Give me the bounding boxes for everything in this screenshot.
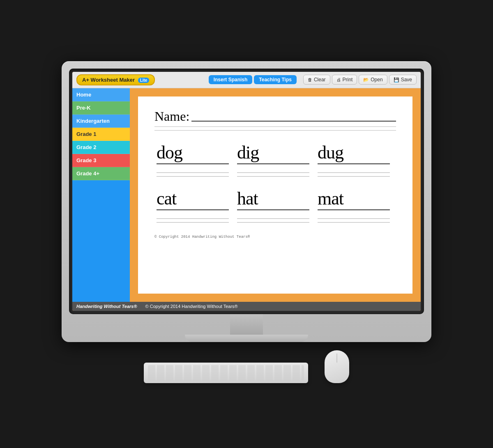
name-row: Name: bbox=[154, 109, 396, 131]
clear-button[interactable]: 🗑 Clear bbox=[303, 75, 330, 85]
footer-copyright: © Copyright 2014 Handwriting Without Tea… bbox=[145, 304, 238, 309]
sidebar-label-grade1: Grade 1 bbox=[76, 131, 96, 137]
word-dug: dug bbox=[318, 143, 390, 163]
words-grid-row1: dog dig bbox=[154, 139, 396, 177]
words-grid-row2: cat hat bbox=[154, 185, 396, 223]
word-line3-hat bbox=[237, 222, 309, 223]
sidebar-item-kindergarten[interactable]: Kindergarten bbox=[72, 115, 130, 128]
monitor-stand-base bbox=[185, 335, 308, 342]
clear-icon: 🗑 bbox=[308, 77, 312, 82]
nav-buttons: Insert Spanish Teaching Tips bbox=[209, 75, 297, 84]
name-write-line bbox=[191, 121, 396, 122]
sidebar: Home Pre-K Kindergarten Grade 1 Grade 2 bbox=[72, 88, 130, 302]
content-area: Name: dog bbox=[130, 88, 421, 302]
word-line2-dog bbox=[157, 172, 229, 173]
sidebar-label-prek: Pre-K bbox=[76, 105, 91, 111]
word-cell-dug: dug bbox=[316, 139, 396, 177]
word-line2-hat bbox=[237, 218, 309, 219]
sidebar-label-kindergarten: Kindergarten bbox=[76, 118, 110, 124]
peripherals bbox=[144, 342, 349, 387]
word-hat: hat bbox=[237, 189, 309, 209]
sidebar-item-grade3[interactable]: Grade 3 bbox=[72, 154, 130, 167]
sidebar-label-grade3: Grade 3 bbox=[76, 157, 96, 163]
app-title: A+ Worksheet Maker bbox=[82, 77, 135, 83]
worksheet-copyright: © Copyright 2014 Handwriting Without Tea… bbox=[154, 235, 396, 239]
app-title-suffix: Lite bbox=[138, 78, 150, 83]
sidebar-item-home[interactable]: Home bbox=[72, 88, 130, 101]
footer-brand: Handwriting Without Tears® bbox=[76, 304, 137, 309]
word-cat: cat bbox=[157, 189, 229, 209]
print-button[interactable]: 🖨 Print bbox=[332, 75, 357, 85]
save-button[interactable]: 💾 Save bbox=[389, 75, 417, 85]
keyboard bbox=[144, 363, 308, 383]
sidebar-item-prek[interactable]: Pre-K bbox=[72, 101, 130, 115]
word-line3-cat bbox=[157, 222, 229, 223]
app-body: Home Pre-K Kindergarten Grade 1 Grade 2 bbox=[72, 88, 421, 302]
word-dig: dig bbox=[237, 143, 309, 163]
name-dashed-line-1 bbox=[154, 126, 396, 127]
save-icon: 💾 bbox=[394, 77, 399, 83]
app-logo: A+ Worksheet Maker Lite bbox=[76, 74, 155, 85]
word-cell-hat: hat bbox=[235, 185, 316, 223]
word-line2-mat bbox=[318, 218, 390, 219]
sidebar-item-grade4[interactable]: Grade 4+ bbox=[72, 167, 130, 180]
word-cell-mat: mat bbox=[316, 185, 396, 223]
sidebar-item-grade1[interactable]: Grade 1 bbox=[72, 128, 130, 141]
sidebar-label-grade4: Grade 4+ bbox=[76, 170, 99, 177]
word-line2-dig bbox=[237, 172, 309, 173]
monitor-stand-neck bbox=[230, 314, 263, 335]
word-line3-dig bbox=[237, 176, 309, 177]
sidebar-item-grade2[interactable]: Grade 2 bbox=[72, 141, 130, 154]
app-footer: Handwriting Without Tears® © Copyright 2… bbox=[72, 302, 421, 311]
word-baseline-cat bbox=[157, 209, 229, 210]
word-cell-dog: dog bbox=[154, 139, 235, 177]
word-dog: dog bbox=[157, 143, 229, 163]
word-cell-dig: dig bbox=[235, 139, 316, 177]
word-cell-cat: cat bbox=[154, 185, 235, 223]
insert-spanish-button[interactable]: Insert Spanish bbox=[209, 75, 253, 84]
print-label: Print bbox=[343, 77, 353, 83]
word-line3-dug bbox=[318, 176, 390, 177]
sidebar-label-home: Home bbox=[76, 92, 91, 98]
save-label: Save bbox=[401, 77, 412, 83]
word-mat: mat bbox=[318, 189, 390, 209]
name-dashed-line-2 bbox=[154, 130, 396, 131]
clear-label: Clear bbox=[314, 77, 326, 83]
word-line3-mat bbox=[318, 222, 390, 223]
mouse bbox=[325, 350, 349, 383]
monitor: A+ Worksheet Maker Lite Insert Spanish T… bbox=[62, 61, 431, 342]
word-line3-dog bbox=[157, 176, 229, 177]
word-baseline-hat bbox=[237, 209, 309, 210]
app-header: A+ Worksheet Maker Lite Insert Spanish T… bbox=[72, 72, 421, 88]
word-line2-dug bbox=[318, 172, 390, 173]
screen: A+ Worksheet Maker Lite Insert Spanish T… bbox=[72, 72, 421, 311]
name-label-line: Name: bbox=[154, 109, 396, 124]
word-baseline-dog bbox=[157, 163, 229, 164]
word-baseline-mat bbox=[318, 209, 390, 210]
word-line2-cat bbox=[157, 218, 229, 219]
teaching-tips-button[interactable]: Teaching Tips bbox=[254, 75, 297, 84]
open-icon: 📂 bbox=[363, 77, 369, 83]
sidebar-label-grade2: Grade 2 bbox=[76, 144, 96, 150]
name-label: Name: bbox=[154, 109, 189, 124]
word-baseline-dug bbox=[318, 163, 390, 164]
open-button[interactable]: 📂 Open bbox=[359, 75, 387, 85]
screen-bezel: A+ Worksheet Maker Lite Insert Spanish T… bbox=[69, 69, 424, 314]
word-baseline-dig bbox=[237, 163, 309, 164]
action-buttons: 🗑 Clear 🖨 Print 📂 Open 💾 Save bbox=[303, 75, 417, 85]
print-icon: 🖨 bbox=[336, 77, 341, 82]
worksheet: Name: dog bbox=[138, 96, 412, 294]
open-label: Open bbox=[371, 77, 382, 83]
